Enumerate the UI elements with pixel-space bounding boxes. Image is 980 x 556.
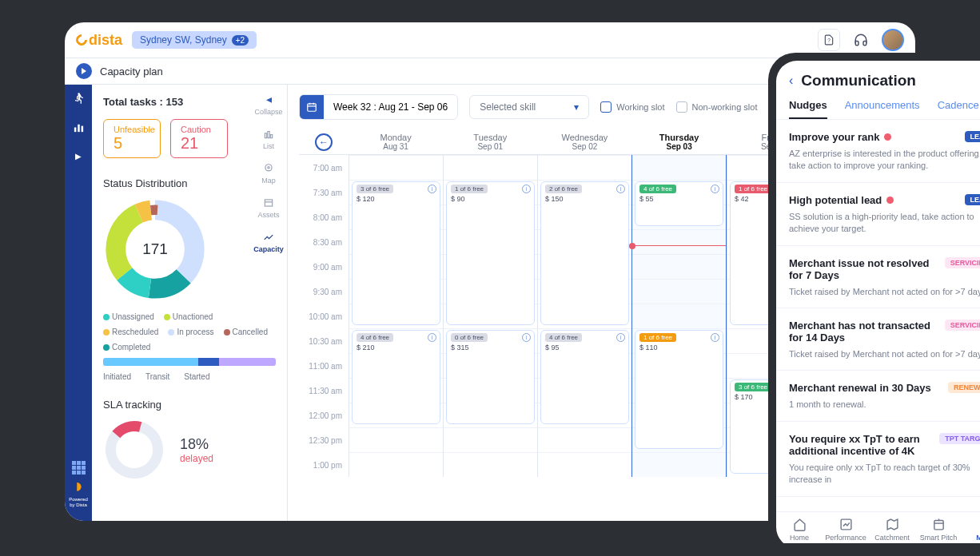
rail-expand-icon[interactable]: ▶ — [71, 149, 86, 163]
home-icon — [792, 517, 807, 531]
sla-delayed-label: delayed — [180, 453, 213, 464]
nudge-description: AZ enterprise is interested in the produ… — [789, 148, 980, 173]
current-time-indicator — [632, 245, 726, 246]
mobile-frame: ‹ Communication Nudges Announcements Cad… — [768, 53, 980, 543]
capacity-slot[interactable]: 3 of 6 free$ 120i — [352, 181, 440, 325]
capacity-slot[interactable]: 4 of 6 free$ 55i — [635, 181, 723, 226]
location-extra-badge: +2 — [232, 35, 249, 46]
avatar[interactable] — [882, 29, 904, 51]
time-label: 11:30 am — [299, 378, 349, 403]
nudge-description: 1 month to renewal. — [789, 399, 980, 411]
date-range-picker[interactable]: Week 32 : Aug 21 - Sep 06 — [299, 94, 458, 120]
svg-rect-6 — [268, 132, 269, 138]
day-header[interactable]: WednesdaySep 02 — [537, 129, 631, 154]
mini-tab-assets[interactable]: Assets — [250, 197, 287, 219]
help-icon[interactable]: ? — [818, 29, 840, 51]
desktop-frame: dista Sydney SW, Sydney +2 ? Capacity pl… — [58, 16, 922, 527]
nudge-item[interactable]: Improve your rankLEADAZ enterprise is in… — [776, 120, 980, 183]
day-header[interactable]: MondayAug 31 — [349, 129, 443, 154]
prev-week-button[interactable]: ← — [315, 133, 333, 151]
time-label: 11:00 am — [299, 353, 349, 378]
nudge-item[interactable]: High potential leadLEADSS solution is a … — [776, 183, 980, 246]
time-label: 9:30 am — [299, 279, 349, 304]
nav-performance[interactable]: Performance — [823, 517, 869, 542]
day-header[interactable]: ThursdaySep 03 — [632, 129, 727, 154]
info-icon[interactable]: i — [711, 333, 719, 342]
day-column: 2 of 6 free$ 150i4 of 6 free$ 95i — [537, 155, 631, 477]
capacity-slot[interactable]: 4 of 6 free$ 210i — [352, 330, 440, 424]
capacity-slot[interactable]: 1 of 6 free$ 90i — [446, 181, 535, 325]
info-icon[interactable]: i — [616, 333, 625, 342]
nav-catchment[interactable]: Catchment — [869, 517, 915, 542]
collapse-button[interactable]: ◂Collapse — [250, 93, 287, 116]
info-icon[interactable]: i — [616, 185, 625, 193]
capacity-slot[interactable]: 1 of 6 free$ 110i — [635, 330, 723, 449]
nonworking-slot-legend[interactable]: Non-working slot — [676, 101, 758, 113]
tab-nudges[interactable]: Nudges — [789, 99, 827, 119]
back-button[interactable]: ‹ — [789, 73, 793, 88]
support-icon[interactable] — [850, 29, 872, 51]
status-donut-chart: 171 — [103, 197, 207, 301]
svg-point-9 — [268, 167, 269, 169]
map-icon — [885, 517, 899, 531]
play-icon[interactable] — [76, 63, 92, 79]
time-label: 8:00 am — [299, 205, 349, 229]
rail-walk-icon[interactable] — [71, 91, 86, 105]
nav-smartpitch[interactable]: Smart Pitch — [915, 517, 962, 542]
powered-by-label: Powered by Dista — [69, 497, 88, 508]
capacity-slot[interactable]: 2 of 6 free$ 150i — [540, 181, 629, 325]
tab-announcements[interactable]: Announcements — [845, 99, 920, 119]
category-badge: SERVICING — [945, 257, 980, 268]
nav-home[interactable]: Home — [776, 517, 823, 542]
unfeasible-card[interactable]: Unfeasible 5 — [103, 119, 161, 158]
page-title: Capacity plan — [100, 66, 163, 77]
day-column: 3 of 6 free$ 120i4 of 6 free$ 210i — [349, 155, 443, 477]
rail-chart-icon[interactable] — [71, 120, 86, 134]
day-header[interactable]: TuesdaySep 01 — [443, 129, 537, 154]
time-label: 12:30 pm — [299, 427, 349, 452]
caution-card[interactable]: Caution 21 — [170, 119, 228, 158]
day-column: 1 of 6 free$ 90i0 of 6 free$ 315i — [443, 155, 537, 477]
nudge-item[interactable]: Merchant has not transacted for 14 DaysS… — [776, 308, 980, 371]
svg-rect-26 — [934, 520, 942, 529]
category-badge: TPT TARGET — [939, 433, 980, 444]
mini-tab-map[interactable]: Map — [250, 163, 287, 185]
svg-rect-20 — [308, 104, 317, 111]
nudge-description: SS solution is a high-priority lead, tak… — [789, 211, 980, 236]
info-icon[interactable]: i — [711, 185, 719, 193]
nudge-description: Ticket raised by Merchant not acted on f… — [789, 348, 980, 360]
info-icon[interactable]: i — [522, 333, 531, 342]
time-label: 7:30 am — [299, 180, 349, 205]
collapse-column: ◂Collapse List Map Assets Capacity — [250, 93, 287, 266]
category-badge: SERVICING — [945, 320, 980, 331]
working-slot-legend[interactable]: Working slot — [600, 101, 664, 113]
nudge-item[interactable]: Merchant issue not resolved for 7 DaysSE… — [776, 246, 980, 308]
info-icon[interactable]: i — [428, 185, 436, 193]
day-column: 4 of 6 free$ 55i1 of 6 free$ 110i — [631, 155, 727, 477]
nav-more[interactable]: ⌃More — [962, 517, 980, 542]
nudge-item[interactable]: Merchant renewal in 30 DaysRENEWAL1 mont… — [776, 371, 980, 421]
svg-rect-3 — [78, 124, 80, 131]
skill-select[interactable]: Selected skill ▾ — [469, 95, 589, 119]
nudges-list[interactable]: Improve your rankLEADAZ enterprise is in… — [776, 120, 980, 511]
location-chip[interactable]: Sydney SW, Sydney +2 — [132, 31, 257, 49]
status-legend: Unassigned Unactioned Rescheduled In pro… — [103, 312, 276, 351]
tab-cadence[interactable]: Cadence — [938, 99, 979, 119]
nudge-item[interactable]: You require xx TpT to earn additional in… — [776, 422, 980, 497]
svg-rect-2 — [74, 127, 76, 132]
mini-tab-capacity[interactable]: Capacity — [250, 232, 287, 253]
rail-apps-icon[interactable] — [72, 461, 86, 475]
svg-rect-10 — [265, 200, 272, 206]
status-dot-icon — [886, 197, 894, 204]
capacity-slot[interactable]: 4 of 6 free$ 95i — [540, 330, 629, 424]
mobile-bottom-nav: Home Performance Catchment Smart Pitch ⌃… — [776, 511, 980, 543]
info-icon[interactable]: i — [428, 333, 436, 342]
time-column: 7:00 am7:30 am8:00 am8:30 am9:00 am9:30 … — [299, 155, 349, 477]
info-icon[interactable]: i — [522, 185, 531, 193]
time-label: 10:00 am — [299, 304, 349, 328]
time-label: 7:00 am — [299, 155, 349, 180]
chevron-left-icon: ◂ — [266, 93, 272, 105]
chevron-down-icon: ▾ — [574, 101, 579, 113]
mini-tab-list[interactable]: List — [250, 129, 287, 150]
capacity-slot[interactable]: 0 of 6 free$ 315i — [446, 330, 535, 424]
